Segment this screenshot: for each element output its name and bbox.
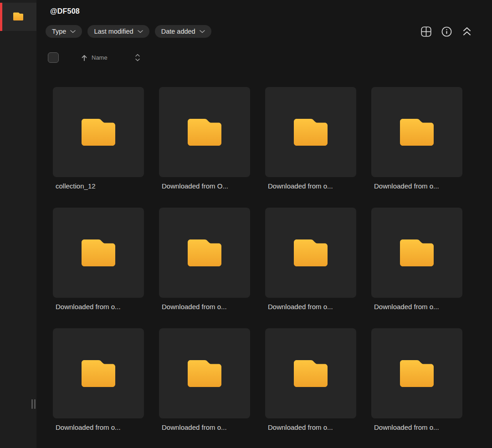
folder-icon <box>188 358 221 389</box>
folder-icon <box>400 237 434 268</box>
folder-item[interactable]: Downloaded from o... <box>371 208 462 311</box>
folder-item[interactable]: Downloaded from o... <box>371 328 462 431</box>
folder-name: Downloaded from O... <box>159 182 250 190</box>
folder-icon <box>13 12 23 22</box>
folder-name: Downloaded from o... <box>159 303 250 311</box>
folder-thumbnail <box>371 328 462 418</box>
double-chevron-up-icon <box>462 26 472 36</box>
folder-name: Downloaded from o... <box>371 182 462 190</box>
folder-name: Downloaded from o... <box>265 423 356 431</box>
info-icon <box>441 26 452 37</box>
folder-item[interactable]: Downloaded from o... <box>265 208 356 311</box>
page-title: @DF508 <box>50 7 492 15</box>
grid-view-icon <box>421 26 431 37</box>
collapse-all-button[interactable] <box>461 26 472 37</box>
filter-type-label: Type <box>52 28 66 35</box>
folder-name: Downloaded from o... <box>371 423 462 431</box>
filter-type-dropdown[interactable]: Type <box>46 25 82 38</box>
main-content: @DF508 Type Last modified Date added <box>36 0 492 448</box>
folder-thumbnail <box>265 208 356 298</box>
arrow-up-icon <box>81 54 87 61</box>
folder-item[interactable]: Downloaded from o... <box>265 87 356 190</box>
up-down-chevrons-icon <box>135 53 140 62</box>
sort-direction-toggle[interactable] <box>135 53 140 62</box>
folder-icon <box>188 117 221 148</box>
sidebar-item-selected-folder[interactable] <box>0 3 36 31</box>
sort-bar: Name <box>36 52 492 63</box>
folder-thumbnail <box>159 328 250 418</box>
folder-thumbnail <box>53 328 144 418</box>
folder-name: Downloaded from o... <box>53 423 144 431</box>
info-button[interactable] <box>441 26 452 37</box>
folder-name: Downloaded from o... <box>53 303 144 311</box>
sort-field-label: Name <box>92 54 108 61</box>
folder-name: Downloaded from o... <box>159 423 250 431</box>
folder-thumbnail <box>53 87 144 177</box>
folder-icon <box>400 358 434 389</box>
filter-date-added-label: Date added <box>161 28 195 35</box>
folder-thumbnail <box>371 208 462 298</box>
chevron-down-icon <box>200 30 205 33</box>
sort-field-button[interactable]: Name <box>81 54 108 61</box>
folder-thumbnail <box>265 328 356 418</box>
view-toolbar <box>420 26 472 37</box>
folder-icon <box>294 237 328 268</box>
folder-thumbnail <box>159 87 250 177</box>
folder-item[interactable]: Downloaded from O... <box>159 87 250 190</box>
folder-item[interactable]: Downloaded from o... <box>265 328 356 431</box>
filter-last-modified-dropdown[interactable]: Last modified <box>87 25 149 38</box>
sidebar-resize-handle[interactable] <box>31 399 36 409</box>
folder-name: collection_12 <box>53 182 144 190</box>
folder-item[interactable]: Downloaded from o... <box>371 87 462 190</box>
folder-icon <box>400 117 434 148</box>
folder-name: Downloaded from o... <box>265 303 356 311</box>
folder-icon <box>294 358 328 389</box>
folder-thumbnail <box>371 87 462 177</box>
folder-thumbnail <box>159 208 250 298</box>
chevron-down-icon <box>138 30 143 33</box>
folder-icon <box>82 237 115 268</box>
folder-thumbnail <box>53 208 144 298</box>
folder-thumbnail <box>265 87 356 177</box>
folder-item[interactable]: Downloaded from o... <box>159 208 250 311</box>
grid-view-button[interactable] <box>420 26 431 37</box>
folder-icon <box>82 358 115 389</box>
filter-last-modified-label: Last modified <box>94 28 133 35</box>
select-all-checkbox[interactable] <box>48 52 59 63</box>
sidebar <box>0 0 36 448</box>
folder-grid: collection_12 Downloaded from O... Downl… <box>53 87 492 431</box>
filter-date-added-dropdown[interactable]: Date added <box>155 25 211 38</box>
folder-item[interactable]: collection_12 <box>53 87 144 190</box>
folder-item[interactable]: Downloaded from o... <box>53 328 144 431</box>
filter-toolbar: Type Last modified Date added <box>36 25 492 38</box>
selected-accent-bar <box>0 3 2 31</box>
folder-icon <box>82 117 115 148</box>
folder-name: Downloaded from o... <box>371 303 462 311</box>
chevron-down-icon <box>70 30 76 33</box>
folder-icon <box>188 237 221 268</box>
folder-icon <box>294 117 328 148</box>
folder-item[interactable]: Downloaded from o... <box>159 328 250 431</box>
folder-name: Downloaded from o... <box>265 182 356 190</box>
folder-item[interactable]: Downloaded from o... <box>53 208 144 311</box>
